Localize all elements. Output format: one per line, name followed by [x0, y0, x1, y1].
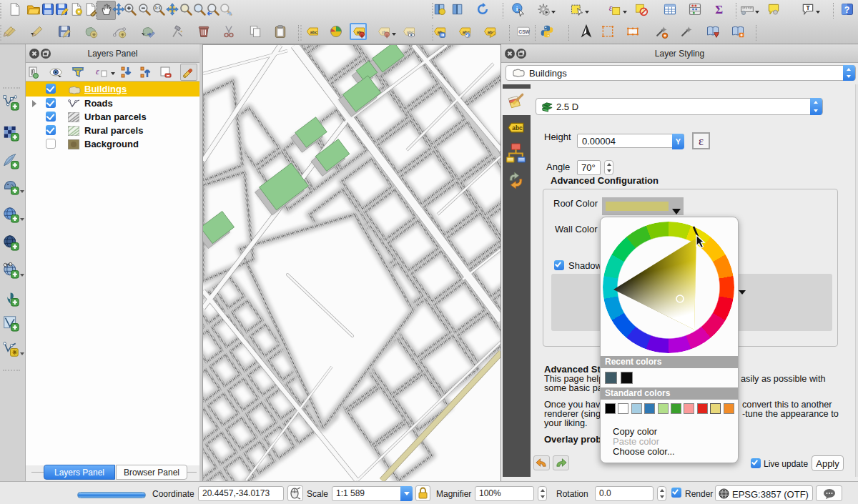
svg-text:✳: ✳ [12, 349, 18, 356]
svg-text:ε: ε [609, 4, 613, 13]
svg-text:ε: ε [96, 66, 99, 76]
svg-text:✳: ✳ [92, 32, 97, 37]
svg-text:✳: ✳ [121, 32, 125, 37]
svg-text:abc: abc [310, 30, 318, 34]
svg-text:CSW: CSW [518, 29, 530, 34]
svg-text:?: ? [844, 5, 850, 15]
svg-text:Σ: Σ [715, 3, 723, 16]
svg-text:i: i [516, 5, 518, 12]
svg-text:T: T [807, 4, 810, 11]
svg-text:abc: abc [512, 124, 523, 132]
svg-text:1:1: 1:1 [155, 6, 161, 10]
